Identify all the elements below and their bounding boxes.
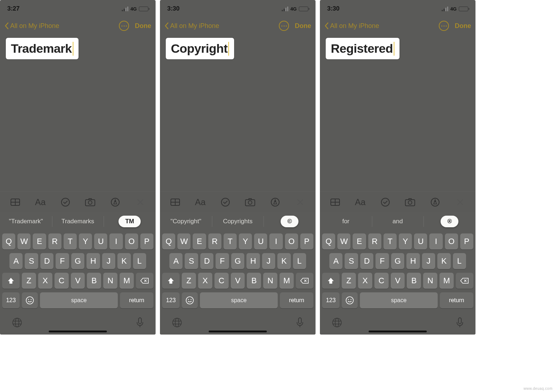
- home-indicator[interactable]: [49, 331, 107, 332]
- key-i[interactable]: I: [269, 233, 282, 249]
- back-button[interactable]: All on My iPhone: [164, 22, 219, 30]
- key-k[interactable]: K: [117, 253, 131, 269]
- home-indicator[interactable]: [209, 331, 267, 332]
- microphone-icon[interactable]: [136, 317, 144, 328]
- microphone-icon[interactable]: [296, 317, 304, 328]
- key-b[interactable]: B: [407, 273, 421, 289]
- home-indicator[interactable]: [369, 331, 427, 332]
- key-k[interactable]: K: [437, 253, 450, 269]
- key-x[interactable]: X: [198, 273, 212, 289]
- emoji-key[interactable]: [342, 292, 358, 308]
- numbers-key[interactable]: 123: [162, 292, 180, 308]
- close-toolbar-icon[interactable]: [132, 194, 148, 210]
- key-c[interactable]: C: [55, 273, 69, 289]
- shift-key[interactable]: [162, 273, 180, 289]
- key-u[interactable]: U: [414, 233, 427, 249]
- note-title-field[interactable]: Registered: [326, 38, 400, 59]
- return-key[interactable]: return: [280, 292, 313, 308]
- key-a[interactable]: A: [9, 253, 23, 269]
- key-q[interactable]: Q: [322, 233, 335, 249]
- key-x[interactable]: X: [358, 273, 372, 289]
- key-r[interactable]: R: [48, 233, 61, 249]
- key-f[interactable]: F: [216, 253, 229, 269]
- note-content-area[interactable]: Copyright: [160, 34, 316, 191]
- backspace-key[interactable]: [296, 273, 313, 289]
- key-y[interactable]: Y: [399, 233, 412, 249]
- key-z[interactable]: Z: [182, 273, 196, 289]
- shift-key[interactable]: [322, 273, 340, 289]
- camera-icon[interactable]: [242, 194, 258, 210]
- markup-icon[interactable]: [107, 194, 123, 210]
- key-u[interactable]: U: [254, 233, 267, 249]
- prediction-symbol-pill[interactable]: ®: [441, 216, 458, 227]
- globe-icon[interactable]: [332, 317, 342, 328]
- space-key[interactable]: space: [360, 292, 438, 308]
- prediction-left[interactable]: for: [320, 212, 372, 231]
- close-toolbar-icon[interactable]: [452, 194, 468, 210]
- key-y[interactable]: Y: [239, 233, 252, 249]
- key-n[interactable]: N: [263, 273, 277, 289]
- key-w[interactable]: W: [17, 233, 31, 249]
- key-e[interactable]: E: [353, 233, 366, 249]
- markup-icon[interactable]: [427, 194, 443, 210]
- numbers-key[interactable]: 123: [2, 292, 20, 308]
- key-p[interactable]: P: [140, 233, 153, 249]
- return-key[interactable]: return: [120, 292, 153, 308]
- key-g[interactable]: G: [391, 253, 404, 269]
- key-l[interactable]: L: [293, 253, 306, 269]
- key-f[interactable]: F: [56, 253, 69, 269]
- markup-icon[interactable]: [267, 194, 283, 210]
- back-button[interactable]: All on My iPhone: [4, 22, 59, 30]
- backspace-key[interactable]: [136, 273, 153, 289]
- key-o[interactable]: O: [125, 233, 138, 249]
- key-z[interactable]: Z: [22, 273, 36, 289]
- back-button[interactable]: All on My iPhone: [324, 22, 379, 30]
- key-v[interactable]: V: [71, 273, 85, 289]
- key-a[interactable]: A: [169, 253, 182, 269]
- key-n[interactable]: N: [423, 273, 437, 289]
- key-d[interactable]: D: [40, 253, 53, 269]
- space-key[interactable]: space: [40, 292, 118, 308]
- text-format-icon[interactable]: Aa: [352, 194, 368, 210]
- globe-icon[interactable]: [12, 317, 23, 328]
- note-content-area[interactable]: Trademark: [0, 34, 156, 191]
- done-button[interactable]: Done: [295, 22, 311, 30]
- key-s[interactable]: S: [185, 253, 198, 269]
- key-g[interactable]: G: [71, 253, 84, 269]
- key-o[interactable]: O: [445, 233, 458, 249]
- prediction-symbol-pill[interactable]: TM: [119, 216, 141, 227]
- key-e[interactable]: E: [193, 233, 206, 249]
- key-t[interactable]: T: [384, 233, 397, 249]
- emoji-key[interactable]: [22, 292, 38, 308]
- note-title-field[interactable]: Trademark: [6, 38, 79, 59]
- note-title-field[interactable]: Copyright: [166, 38, 234, 59]
- done-button[interactable]: Done: [135, 22, 151, 30]
- key-u[interactable]: U: [94, 233, 107, 249]
- key-w[interactable]: W: [337, 233, 350, 249]
- key-p[interactable]: P: [460, 233, 473, 249]
- key-c[interactable]: C: [214, 273, 229, 289]
- prediction-middle[interactable]: Copyrights: [212, 212, 264, 231]
- key-d[interactable]: D: [360, 253, 373, 269]
- key-s[interactable]: S: [345, 253, 358, 269]
- key-j[interactable]: J: [422, 253, 435, 269]
- key-q[interactable]: Q: [162, 233, 175, 249]
- numbers-key[interactable]: 123: [322, 292, 340, 308]
- emoji-key[interactable]: [182, 292, 198, 308]
- key-p[interactable]: P: [300, 233, 313, 249]
- close-toolbar-icon[interactable]: [292, 194, 308, 210]
- key-m[interactable]: M: [280, 273, 294, 289]
- key-j[interactable]: J: [102, 253, 115, 269]
- more-options-button[interactable]: [439, 21, 449, 31]
- prediction-right[interactable]: ®: [423, 212, 475, 231]
- more-options-button[interactable]: [279, 21, 289, 31]
- text-format-icon[interactable]: Aa: [192, 194, 208, 210]
- key-v[interactable]: V: [231, 273, 245, 289]
- key-i[interactable]: I: [109, 233, 123, 249]
- key-g[interactable]: G: [231, 253, 244, 269]
- key-l[interactable]: L: [453, 253, 466, 269]
- key-w[interactable]: W: [177, 233, 190, 249]
- key-m[interactable]: M: [439, 273, 454, 289]
- key-h[interactable]: H: [246, 253, 260, 269]
- prediction-left[interactable]: "Copyright": [160, 212, 212, 231]
